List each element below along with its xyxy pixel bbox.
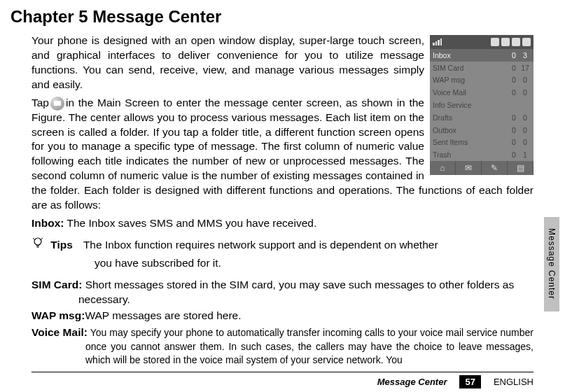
figure-footer-icon: ✉ <box>456 161 482 175</box>
inbox-description: Inbox: The Inbox saves SMS and MMS you h… <box>11 216 533 231</box>
sim-description: SIM Card: Short messages stored in the S… <box>11 278 533 307</box>
figure-row-sent: Sent Items 0 0 <box>430 136 533 148</box>
figure-row-drafts: Drafts 0 0 <box>430 111 533 124</box>
svg-line-3 <box>33 238 34 239</box>
figure-row-sim: SIM Card 0 17 <box>430 62 533 74</box>
page-number: 57 <box>459 375 480 388</box>
footer-title: Message Center <box>377 377 447 387</box>
figure-row-wap: WAP msg 0 0 <box>430 74 533 87</box>
voice-mail-description: Voice Mail: You may specify your phone t… <box>11 326 533 367</box>
side-tab: Message Center <box>544 217 559 312</box>
phone-screenshot-figure: Inbox 0 3 SIM Card 0 17 WAP msg 0 0 Voic… <box>430 35 533 175</box>
svg-line-4 <box>41 238 43 239</box>
tips-text: The Inbox function requires network supp… <box>83 239 438 251</box>
figure-row-inbox: Inbox 0 3 <box>430 49 533 62</box>
wap-description: WAP msg:WAP messages are stored here. <box>11 309 533 323</box>
figure-row-voicemail: Voice Mail 0 0 <box>430 86 533 99</box>
figure-footer-icon: ✎ <box>482 161 508 175</box>
figure-folder-list: Inbox 0 3 SIM Card 0 17 WAP msg 0 0 Voic… <box>430 49 533 161</box>
figure-row-info: Info Service <box>430 99 533 111</box>
signal-icon <box>433 38 442 46</box>
figure-row-trash: Trash 0 1 <box>430 148 533 161</box>
page-footer: Message Center 57 ENGLISH <box>377 375 533 388</box>
language-label: ENGLISH <box>494 377 533 387</box>
figure-footer-icon: ▤ <box>508 161 533 175</box>
figure-status-bar <box>430 35 533 49</box>
figure-footer-icon: ⌂ <box>430 161 456 175</box>
figure-row-outbox: Outbox 0 0 <box>430 124 533 136</box>
figure-footer: ⌂ ✉ ✎ ▤ <box>430 161 533 175</box>
tips-block: TipsThe Inbox function requires network … <box>11 237 533 272</box>
message-center-icon <box>50 97 64 111</box>
tips-label: Tips <box>50 239 73 251</box>
footer-divider <box>32 372 533 372</box>
chapter-title: Chapter 5 Message Center <box>11 7 533 27</box>
svg-point-0 <box>34 238 41 245</box>
status-icons <box>491 38 531 46</box>
tips-text-cont: you have subscribed for it. <box>95 255 533 272</box>
lightbulb-icon <box>32 237 44 255</box>
